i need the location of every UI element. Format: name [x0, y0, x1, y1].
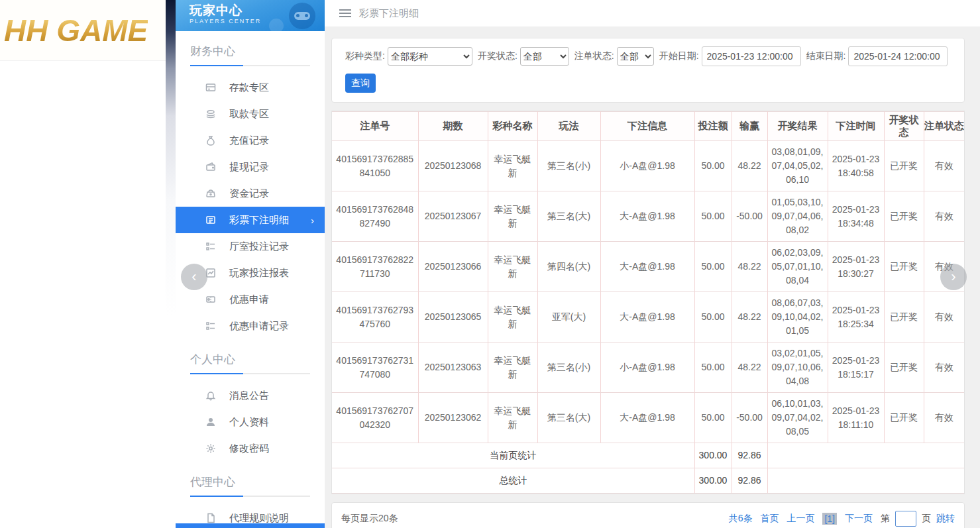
- total-count-text: 共6条: [729, 513, 753, 525]
- bell-icon: [205, 390, 216, 401]
- sidebar-item-label: 资金记录: [229, 187, 269, 200]
- sidebar-item-label: 厅室投注记录: [229, 240, 289, 253]
- sidebar-item-promo-apply-records[interactable]: 优惠申请记录: [176, 313, 325, 339]
- table-cell: 20250123068: [418, 141, 488, 191]
- table-row: 40156917376273174708020250123063幸运飞艇新第三名…: [332, 343, 964, 393]
- summary-bet-total: 300.00: [694, 443, 732, 468]
- table-cell: 20250123065: [418, 292, 488, 343]
- sidebar-item-deposit-zone[interactable]: 存款专区: [176, 74, 325, 101]
- hamburger-menu-icon[interactable]: [339, 7, 351, 19]
- gamepad-icon: [289, 3, 315, 29]
- section-label: 代理中心: [190, 474, 310, 490]
- checklist-icon: [205, 241, 216, 252]
- table-cell: 50.00: [694, 191, 732, 242]
- prev-page-link[interactable]: 上一页: [787, 513, 814, 525]
- sidebar-item-label: 消息公告: [229, 390, 269, 402]
- table-cell: 06,10,01,03,09,07,04,02,08,05: [767, 393, 828, 443]
- summary-label: 当前页统计: [332, 443, 694, 468]
- table-cell: 大-A盘@1.98: [600, 242, 694, 292]
- sidebar-item-promo-apply[interactable]: 优惠申请: [176, 286, 325, 313]
- table-cell: 48.22: [732, 292, 767, 343]
- table-cell: 48.22: [732, 141, 767, 191]
- logo-panel: HH GAME: [0, 0, 166, 528]
- col-header-bet-info: 下注信息: [600, 112, 694, 141]
- table-cell: 2025-01-23 18:40:58: [828, 141, 884, 191]
- page-jump-input[interactable]: [895, 511, 916, 527]
- expand-right-arrow[interactable]: ›: [940, 264, 967, 290]
- collapse-left-arrow[interactable]: ‹: [181, 264, 207, 290]
- brand-logo: HH GAME: [0, 13, 148, 48]
- sidebar-item-label: 优惠申请: [229, 293, 269, 306]
- table-cell: 幸运飞艇新: [488, 292, 537, 343]
- table-cell: 第三名(大): [537, 191, 600, 242]
- section-finance-center: 财务中心: [190, 44, 310, 66]
- table-cell: 已开奖: [884, 393, 924, 443]
- table-row: 40156917376284882749020250123067幸运飞艇新第三名…: [332, 191, 964, 242]
- table-cell: 50.00: [694, 393, 732, 443]
- section-divider: [190, 496, 310, 497]
- table-cell: 幸运飞艇新: [488, 242, 537, 292]
- page-divider-strip: [166, 0, 176, 528]
- sidebar-item-personal-profile[interactable]: 个人资料: [176, 409, 325, 435]
- table-cell: 大-A盘@1.98: [600, 393, 694, 443]
- sidebar-item-change-password[interactable]: 修改密码: [176, 435, 325, 462]
- first-page-link[interactable]: 首页: [760, 513, 779, 525]
- start-date-input[interactable]: [702, 46, 801, 66]
- table-cell: -50.00: [732, 191, 767, 242]
- current-page-summary-row: 当前页统计 300.00 92.86: [332, 443, 964, 468]
- sidebar-item-funds-records[interactable]: 资金记录: [176, 180, 325, 207]
- table-cell: -50.00: [732, 393, 767, 443]
- section-personal-center: 个人中心: [190, 352, 310, 374]
- table-cell: 有效: [924, 191, 964, 242]
- sidebar-item-label: 代理规则说明: [229, 512, 289, 525]
- sidebar-item-label: 个人资料: [229, 416, 269, 429]
- sidebar-item-recharge-records[interactable]: 充值记录: [176, 127, 325, 154]
- table-cell: 08,06,07,03,09,10,04,02,01,05: [767, 292, 828, 343]
- table-cell: 幸运飞艇新: [488, 393, 537, 443]
- draw-status-select[interactable]: 全部: [520, 47, 569, 66]
- table-cell: 幸运飞艇新: [488, 141, 537, 191]
- table-row: 40156917376282271173020250123066幸运飞艇新第四名…: [332, 242, 964, 292]
- next-page-link[interactable]: 下一页: [845, 513, 873, 525]
- table-cell: 小-A盘@1.98: [600, 141, 694, 191]
- table-cell: 2025-01-23 18:11:10: [828, 393, 884, 443]
- sidebar-item-withdraw-zone[interactable]: 取款专区: [176, 101, 325, 127]
- lottery-type-select[interactable]: 全部彩种: [388, 47, 472, 66]
- table-row: 40156917376270704232020250123062幸运飞艇新第三名…: [332, 393, 964, 443]
- sidebar-item-withdraw-records[interactable]: 提现记录: [176, 154, 325, 180]
- table-cell: 已开奖: [884, 191, 924, 242]
- grand-total-summary-row: 总统计 300.00 92.86: [332, 468, 964, 494]
- col-header-draw-status: 开奖状态: [884, 112, 924, 141]
- table-cell: 06,02,03,09,05,07,01,10,08,04: [767, 242, 828, 292]
- table-cell: 20250123062: [418, 393, 488, 443]
- deposit-icon: [205, 82, 216, 93]
- col-header-bet-amount: 投注额: [694, 112, 732, 141]
- table-row: 40156917376279347576020250123065幸运飞艇新亚军(…: [332, 292, 964, 343]
- table-cell: 48.22: [732, 343, 767, 393]
- table-cell: 401569173762848827490: [332, 191, 418, 242]
- search-button[interactable]: 查询: [345, 74, 376, 93]
- table-cell: 第三名(大): [537, 393, 600, 443]
- table-cell: 2025-01-23 18:30:27: [828, 242, 884, 292]
- bet-list-icon: [205, 215, 216, 225]
- order-status-select[interactable]: 全部: [617, 47, 654, 66]
- sidebar-item-lottery-bet-details[interactable]: 彩票下注明细 ›: [176, 207, 325, 233]
- wallet-icon: [205, 162, 216, 172]
- end-date-label: 结束日期:: [806, 50, 846, 62]
- table-cell: 2025-01-23 18:34:48: [828, 191, 884, 242]
- sidebar-item-label: 充值记录: [229, 134, 269, 147]
- jump-button[interactable]: 跳转: [936, 513, 955, 525]
- sidebar-item-hall-bet-records[interactable]: 厅室投注记录: [176, 233, 325, 260]
- table-cell: 幸运飞艇新: [488, 343, 537, 393]
- table-cell: 401569173762793475760: [332, 292, 418, 343]
- table-cell: 第三名(小): [537, 141, 600, 191]
- sidebar-item-message-announcements[interactable]: 消息公告: [176, 382, 325, 409]
- table-row: 40156917376288584105020250123068幸运飞艇新第三名…: [332, 141, 964, 191]
- jump-prefix-text: 第: [881, 513, 890, 525]
- lottery-type-label: 彩种类型:: [345, 50, 385, 62]
- summary-label: 总统计: [332, 468, 694, 494]
- table-cell: 50.00: [694, 242, 732, 292]
- draw-status-label: 开奖状态:: [478, 50, 517, 62]
- table-cell: 亚军(大): [537, 292, 600, 343]
- end-date-input[interactable]: [848, 46, 948, 66]
